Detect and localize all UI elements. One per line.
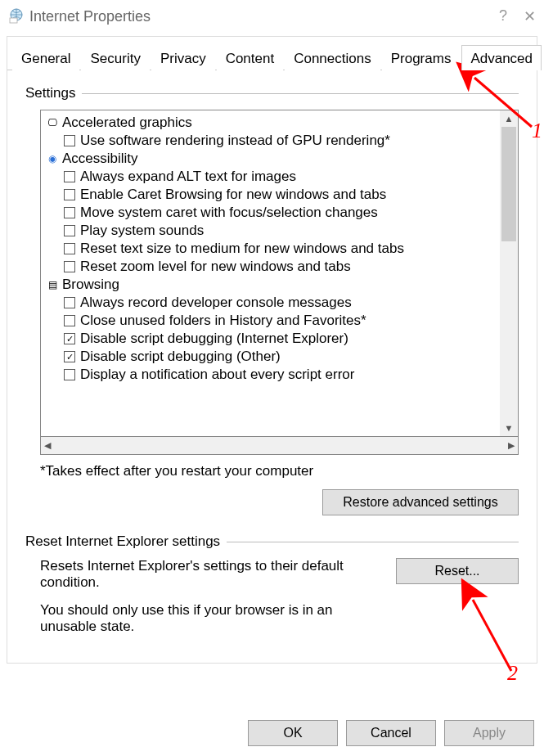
setting-label: Display a notification about every scrip…	[80, 367, 354, 383]
setting-label: Always record developer console messages	[80, 295, 352, 311]
checkbox[interactable]	[64, 333, 75, 344]
system-buttons: ? ✕	[499, 7, 536, 25]
reset-group: Reset Internet Explorer settings Resets …	[25, 533, 519, 646]
setting-item[interactable]: Display a notification about every scrip…	[46, 366, 495, 384]
accessibility-icon: ◉	[46, 152, 59, 165]
divider	[82, 93, 519, 94]
reset-warning: You should only use this if your browser…	[40, 602, 383, 635]
ok-button[interactable]: OK	[248, 720, 338, 746]
setting-label: Play system sounds	[80, 223, 204, 239]
checkbox[interactable]	[64, 369, 75, 380]
dialog-buttons: OK Cancel Apply	[248, 720, 534, 746]
setting-item[interactable]: Close unused folders in History and Favo…	[46, 312, 495, 330]
setting-item[interactable]: Enable Caret Browsing for new windows an…	[46, 186, 495, 204]
setting-label: Enable Caret Browsing for new windows an…	[80, 187, 386, 203]
group-accelerated-graphics: 🖵 Accelerated graphics	[46, 114, 495, 132]
monitor-icon: 🖵	[46, 116, 59, 129]
reset-description: Resets Internet Explorer's settings to t…	[40, 558, 383, 591]
checkbox[interactable]	[64, 225, 75, 236]
settings-group-header: Settings	[25, 85, 519, 101]
scroll-right-icon[interactable]: ▶	[508, 440, 515, 451]
tab-privacy[interactable]: Privacy	[151, 45, 215, 70]
group-label: Accessibility	[62, 151, 138, 167]
tab-security[interactable]: Security	[81, 45, 149, 70]
restart-footnote: *Takes effect after you restart your com…	[40, 463, 519, 479]
checkbox[interactable]	[64, 135, 75, 146]
setting-item[interactable]: Use software rendering instead of GPU re…	[46, 132, 495, 150]
setting-label: Move system caret with focus/selection c…	[80, 205, 378, 221]
svg-rect-1	[10, 18, 17, 23]
scroll-track[interactable]	[500, 127, 518, 420]
settings-label: Settings	[25, 85, 75, 101]
settings-list-content: 🖵 Accelerated graphics Use software rend…	[41, 110, 500, 436]
group-browsing: ▤ Browsing	[46, 276, 495, 294]
page-icon: ▤	[46, 278, 59, 291]
setting-item[interactable]: Play system sounds	[46, 222, 495, 240]
titlebar: Internet Properties ? ✕	[0, 0, 544, 33]
horizontal-scrollbar[interactable]: ◀ ▶	[40, 437, 519, 455]
help-button[interactable]: ?	[499, 7, 507, 25]
setting-label: Use software rendering instead of GPU re…	[80, 133, 390, 149]
settings-listbox[interactable]: 🖵 Accelerated graphics Use software rend…	[40, 110, 519, 437]
reset-group-header: Reset Internet Explorer settings	[25, 533, 519, 550]
tab-strip: General Security Privacy Content Connect…	[7, 45, 537, 70]
checkbox[interactable]	[64, 351, 75, 362]
window-title: Internet Properties	[29, 8, 494, 25]
apply-button[interactable]: Apply	[444, 720, 534, 746]
restore-advanced-button[interactable]: Restore advanced settings	[322, 489, 519, 515]
scroll-left-icon[interactable]: ◀	[44, 440, 51, 451]
tab-connections[interactable]: Connections	[285, 45, 380, 70]
checkbox[interactable]	[64, 207, 75, 218]
tab-general[interactable]: General	[12, 45, 79, 70]
setting-item[interactable]: Reset zoom level for new windows and tab…	[46, 258, 495, 276]
setting-item[interactable]: Always record developer console messages	[46, 294, 495, 312]
tab-content[interactable]: Content	[217, 45, 284, 70]
scroll-thumb[interactable]	[501, 127, 516, 241]
setting-item[interactable]: Always expand ALT text for images	[46, 168, 495, 186]
checkbox[interactable]	[64, 315, 75, 326]
checkbox[interactable]	[64, 189, 75, 200]
setting-item[interactable]: Disable script debugging (Other)	[46, 348, 495, 366]
setting-item[interactable]: Reset text size to medium for new window…	[46, 240, 495, 258]
setting-label: Disable script debugging (Internet Explo…	[80, 331, 348, 347]
reset-button[interactable]: Reset...	[396, 558, 519, 584]
setting-label: Reset zoom level for new windows and tab…	[80, 259, 351, 275]
checkbox[interactable]	[64, 171, 75, 182]
reset-label: Reset Internet Explorer settings	[25, 533, 220, 550]
divider	[227, 542, 519, 542]
setting-item[interactable]: Disable script debugging (Internet Explo…	[46, 330, 495, 348]
advanced-panel: Settings 🖵 Accelerated graphics Use soft…	[7, 70, 537, 663]
checkbox[interactable]	[64, 297, 75, 308]
group-label: Accelerated graphics	[62, 115, 192, 131]
scroll-up-icon[interactable]: ▲	[505, 110, 514, 127]
group-accessibility: ◉ Accessibility	[46, 150, 495, 168]
annotation-2: 2	[507, 661, 518, 686]
checkbox[interactable]	[64, 261, 75, 272]
setting-label: Reset text size to medium for new window…	[80, 241, 404, 257]
checkbox[interactable]	[64, 243, 75, 254]
scroll-down-icon[interactable]: ▼	[505, 420, 514, 436]
group-label: Browsing	[62, 277, 119, 293]
close-button[interactable]: ✕	[524, 7, 536, 25]
setting-label: Disable script debugging (Other)	[80, 349, 281, 365]
setting-label: Always expand ALT text for images	[80, 169, 296, 185]
app-icon	[8, 7, 25, 26]
tab-advanced[interactable]: Advanced	[461, 45, 542, 70]
dialog-body: General Security Privacy Content Connect…	[7, 36, 537, 664]
vertical-scrollbar[interactable]: ▲ ▼	[500, 110, 518, 436]
setting-label: Close unused folders in History and Favo…	[80, 313, 366, 329]
cancel-button[interactable]: Cancel	[346, 720, 436, 746]
tab-programs[interactable]: Programs	[382, 45, 461, 70]
setting-item[interactable]: Move system caret with focus/selection c…	[46, 204, 495, 222]
